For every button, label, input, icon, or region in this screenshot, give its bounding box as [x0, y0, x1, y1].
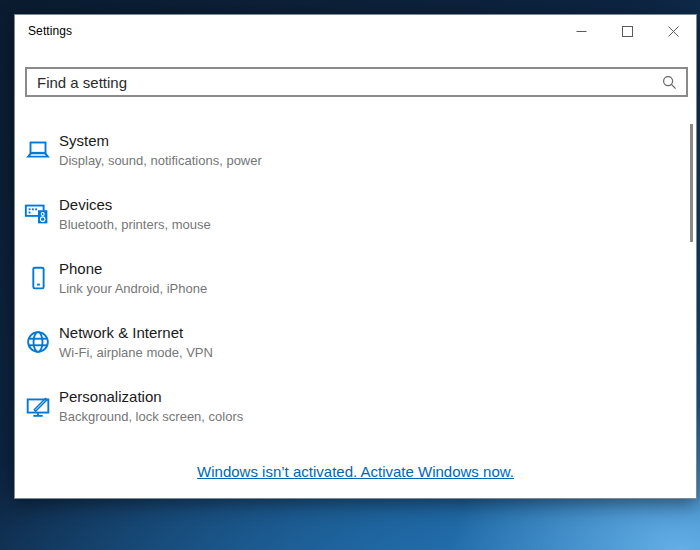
settings-item-devices[interactable]: Devices Bluetooth, printers, mouse	[23, 182, 666, 246]
globe-icon	[23, 327, 59, 357]
search-icon[interactable]	[662, 75, 686, 90]
settings-item-network[interactable]: Network & Internet Wi-Fi, airplane mode,…	[23, 310, 666, 374]
close-button[interactable]	[650, 15, 696, 47]
minimize-button[interactable]	[558, 15, 604, 47]
search-input[interactable]	[27, 74, 662, 91]
item-title: Network & Internet	[59, 323, 213, 342]
item-title: Phone	[59, 259, 207, 278]
item-subtitle: Display, sound, notifications, power	[59, 152, 262, 169]
activation-notice: Windows isn’t activated. Activate Window…	[15, 463, 696, 481]
settings-item-phone[interactable]: Phone Link your Android, iPhone	[23, 246, 666, 310]
monitor-pen-icon	[23, 391, 59, 421]
minimize-icon	[576, 26, 587, 37]
item-title: Personalization	[59, 387, 243, 406]
search-box	[25, 67, 688, 97]
close-icon	[668, 26, 679, 37]
maximize-icon	[622, 26, 633, 37]
window-title: Settings	[15, 24, 72, 38]
caption-buttons	[558, 15, 696, 47]
item-subtitle: Wi-Fi, airplane mode, VPN	[59, 344, 213, 361]
item-title: Devices	[59, 195, 211, 214]
item-subtitle: Link your Android, iPhone	[59, 280, 207, 297]
settings-window: Settings	[14, 14, 697, 499]
scrollbar-thumb[interactable]	[690, 124, 693, 242]
phone-icon	[23, 263, 59, 293]
item-subtitle: Bluetooth, printers, mouse	[59, 216, 211, 233]
title-bar[interactable]: Settings	[15, 15, 696, 47]
activate-windows-link[interactable]: Windows isn’t activated. Activate Window…	[197, 463, 514, 480]
item-title: System	[59, 131, 262, 150]
keyboard-speaker-icon	[23, 199, 59, 229]
maximize-button[interactable]	[604, 15, 650, 47]
settings-item-system[interactable]: System Display, sound, notifications, po…	[23, 118, 666, 182]
laptop-icon	[23, 135, 59, 165]
item-subtitle: Background, lock screen, colors	[59, 408, 243, 425]
settings-list: System Display, sound, notifications, po…	[23, 118, 666, 438]
settings-item-personalization[interactable]: Personalization Background, lock screen,…	[23, 374, 666, 438]
